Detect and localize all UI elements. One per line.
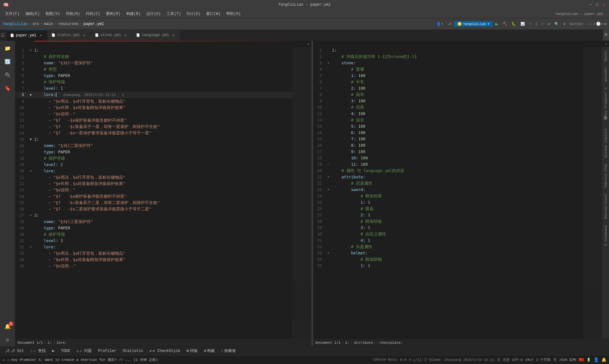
fold-20[interactable]: ▼ <box>29 168 33 174</box>
menu-tools[interactable]: 工具(T) <box>164 10 184 17</box>
breadcrumb-project[interactable]: YangCuiLian <box>3 22 28 26</box>
settings-btn[interactable]: ⚙ <box>561 21 567 27</box>
git-check2-icon: ✓ <box>590 22 592 26</box>
maven-panel[interactable]: Maven <box>603 48 608 64</box>
menu-window[interactable]: 窗口(W) <box>204 10 223 17</box>
fold-8[interactable]: ▼ <box>29 92 33 98</box>
activity-notifications[interactable]: 🔔 1 <box>1 320 14 333</box>
user-btn[interactable]: 👤▾ <box>435 21 445 27</box>
line-content-26: - "§7 -§a二星保护要求装备淬炼星级小于等于二星" <box>33 206 292 212</box>
line-num-32: 32 <box>15 244 29 250</box>
fold-27[interactable]: ▼ <box>29 212 33 219</box>
breadcrumb-src[interactable]: src <box>32 22 39 26</box>
fold-1[interactable]: ▼ <box>29 47 33 54</box>
code-line-11: 11 - "§e说明：" <box>15 111 292 117</box>
search-btn[interactable]: ☆ ☆ 查找 <box>28 348 49 354</box>
tabnine-panel[interactable]: Tabnine Chat <box>603 161 608 191</box>
translate-btn[interactable]: ⇄ <box>546 21 552 27</box>
rest-panel[interactable]: RestServices <box>603 191 608 221</box>
menu-run[interactable]: 运行(U) <box>144 10 163 17</box>
checkstyle-btn[interactable]: ✔ ✔ CheckStyle <box>147 348 183 354</box>
user-avatar[interactable]: 👤 <box>593 357 599 362</box>
menu-help[interactable]: 帮助(H) <box>224 10 243 17</box>
activity-plugins[interactable]: 🔌 <box>1 69 14 81</box>
profile-btn[interactable]: ⚡ <box>527 21 534 27</box>
menu-code[interactable]: 代码(C) <box>83 10 103 17</box>
tab-status-yml[interactable]: 📄 status.yml ✕ <box>48 30 91 41</box>
activity-project[interactable]: 📁 <box>1 42 14 55</box>
close-btn[interactable]: ✕ <box>602 3 606 7</box>
tab-close-stone[interactable]: ✕ <box>123 33 128 38</box>
dependencies-btn[interactable]: ☆ 依赖项 <box>219 348 238 354</box>
tab-close-paper[interactable]: ✕ <box>38 33 43 38</box>
blame-text: Blame: zhaoyang 2025/1/23 21:21 <box>430 358 495 362</box>
right-code-area[interactable]: 1 1: 2 # 淬炼石的成功率 1-11为stone的1-11 <box>313 47 583 339</box>
r-fold-33[interactable]: ▼ <box>326 250 331 256</box>
undo-btn[interactable]: ↩ <box>540 21 546 27</box>
r-fold-21[interactable]: ▼ <box>326 174 331 180</box>
tab-language-yml[interactable]: 📄 language.yml ✕ <box>132 30 180 41</box>
indentation-status[interactable]: 2 个空格 <box>536 357 551 362</box>
tab-close-language[interactable]: ✕ <box>171 33 176 38</box>
branch-selector[interactable]: 🟡 YangCuiLian ▾ <box>454 21 493 27</box>
run-bottom-btn[interactable]: ▶ <box>49 348 57 354</box>
fold-32[interactable]: ▼ <box>29 244 33 250</box>
minimize-btn[interactable]: ─ <box>588 3 593 7</box>
r-fold-23[interactable]: ▼ <box>326 187 331 193</box>
line-ending-status[interactable]: CRLF <box>525 358 534 362</box>
copilot-panel[interactable]: GitHub Copilot <box>603 126 608 160</box>
coverage-btn[interactable]: 📊 <box>519 21 527 27</box>
encoding-status[interactable]: UTF-8 <box>512 358 523 362</box>
line-num-17: 17 <box>15 149 29 155</box>
git-btn[interactable]: ⎇ ⎇ Git <box>3 348 27 354</box>
title-bar-controls[interactable]: ─ □ ✕ <box>588 3 606 7</box>
fold-15[interactable]: ▼ <box>29 136 33 143</box>
menu-build[interactable]: 构建(B) <box>124 10 143 17</box>
r-fold-19[interactable]: ◇ <box>326 161 331 168</box>
tab-stone-yml[interactable]: 📄 stone.yml ✕ <box>91 30 132 41</box>
tab-paper-yml[interactable]: 📄 paper.yml ✕ <box>6 30 48 41</box>
r-line-content-18: 10: 100 <box>331 155 583 161</box>
problems-icon: ⚠ <box>76 348 79 353</box>
random-panel[interactable]: 随机 <box>603 120 609 125</box>
r-fold-3[interactable]: ▼ <box>326 60 331 66</box>
line-num-1: 1 <box>15 47 29 54</box>
menu-file[interactable]: 文件(F) <box>3 10 22 17</box>
vcs-btn[interactable]: ⎇ <box>446 21 454 27</box>
debug-btn[interactable]: 🐛 <box>510 21 518 27</box>
menu-git[interactable]: Git(G) <box>184 11 203 17</box>
breadcrumb-resources[interactable]: resources <box>58 22 79 26</box>
run-btn[interactable]: ▶ <box>493 20 500 28</box>
todo-btn[interactable]: TODO <box>58 348 73 354</box>
activity-commit[interactable]: 🔃 <box>1 55 14 68</box>
menu-view[interactable]: 视图(V) <box>43 10 62 17</box>
tabnine-status[interactable]: tabnine Basic <box>373 358 397 361</box>
build-btn[interactable]: 🔨 <box>501 21 509 27</box>
r-code-line-11: 11 4: 100 <box>313 111 583 117</box>
breadcrumb-file[interactable]: paper.yml <box>83 22 104 26</box>
git-toolbar[interactable]: Git(G): <box>568 22 586 27</box>
left-code-area[interactable]: 1 ▼ 1: 2 # 保护符名称 3 <box>15 47 292 339</box>
codegeek-panel[interactable]: S CodeGeek <box>603 222 608 248</box>
menu-refactor[interactable]: 重构(R) <box>103 10 123 17</box>
tab-close-status[interactable]: ✕ <box>82 33 87 38</box>
key-promoter-panel[interactable]: Key Promoter X <box>603 85 608 119</box>
statistic-btn[interactable]: Statistic <box>120 348 146 354</box>
axcoder-panel[interactable]: aXcoder <box>603 65 608 84</box>
profiler-btn[interactable]: Profiler <box>95 348 119 354</box>
notif-bell[interactable]: 🔔 <box>601 357 606 362</box>
build-bottom-btn[interactable]: ⚙ 构建 <box>201 348 217 354</box>
problems-btn[interactable]: ⚠ ⚠ 问题 <box>74 348 95 354</box>
menu-navigate[interactable]: 导航(N) <box>63 10 83 17</box>
activity-settings[interactable]: ⚙ <box>1 334 14 346</box>
search-toolbar-btn[interactable]: 🔍 <box>553 21 561 27</box>
r-code-line-23: 23 ▼ sword: <box>313 187 583 193</box>
r-code-line-33: 33 ▼ helmet: <box>313 250 583 256</box>
sidebar-toggle[interactable]: ☰ <box>0 30 6 41</box>
activity-bookmarks[interactable]: 🔖 <box>1 82 14 95</box>
menu-edit[interactable]: 编辑(E) <box>23 10 43 17</box>
maven-panel-btn[interactable]: M <box>603 30 609 41</box>
maximize-btn[interactable]: □ <box>595 3 599 7</box>
experience-btn[interactable]: ⊞ 经验 <box>184 348 200 354</box>
breadcrumb-main[interactable]: main <box>44 22 53 26</box>
